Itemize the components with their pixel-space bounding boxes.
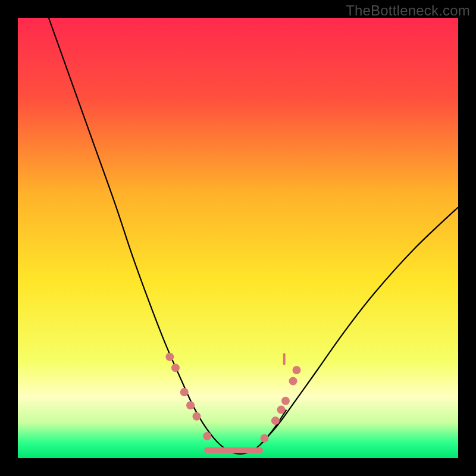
plot-area xyxy=(18,18,458,458)
marker-dot xyxy=(203,432,211,440)
marker-dot xyxy=(281,397,290,405)
chart-svg xyxy=(18,18,458,458)
marker-dot xyxy=(292,366,300,374)
marker-dot xyxy=(165,353,174,361)
marker-dot xyxy=(180,388,189,396)
marker-dot xyxy=(271,416,280,425)
marker-dot xyxy=(289,377,298,386)
marker-dot xyxy=(186,401,195,409)
marker-dot xyxy=(277,406,286,414)
marker-dot xyxy=(260,434,268,443)
chart-frame: TheBottleneck.com xyxy=(0,0,476,476)
marker-dot xyxy=(192,412,201,421)
gradient-background xyxy=(18,18,458,458)
marker-dot xyxy=(171,364,180,372)
watermark-text: TheBottleneck.com xyxy=(346,2,470,19)
